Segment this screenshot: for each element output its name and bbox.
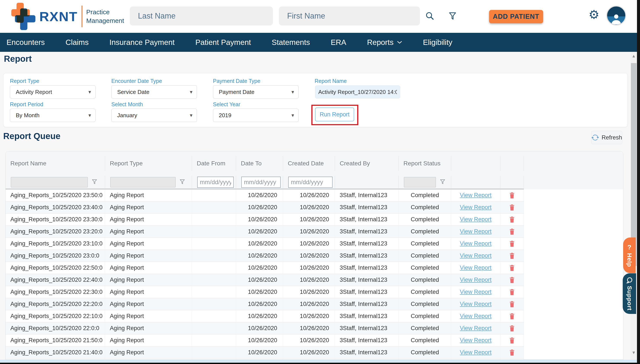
last-name-input[interactable] (130, 6, 273, 26)
add-patient-button[interactable]: ADD PATIENT (489, 10, 543, 23)
col-date-from: Date From (192, 156, 236, 171)
nav-encounters[interactable]: Encounters (7, 38, 45, 47)
payment-date-type-label: Payment Date Type (213, 78, 260, 84)
scroll-up-arrow[interactable]: ▲ (630, 54, 637, 58)
funnel-icon[interactable] (91, 178, 98, 186)
report-status-cell: Completed (399, 214, 451, 226)
nav-insurance-payment[interactable]: Insurance Payment (109, 38, 175, 47)
table-row: Aging_Reports_10/25/2020 23:30:0 Aging R… (6, 214, 623, 226)
report-type-filter-input[interactable] (110, 177, 175, 188)
view-report-link[interactable]: View Report (460, 204, 492, 211)
encounter-date-type-label: Encounter Date Type (111, 78, 162, 84)
refresh-button[interactable]: Refresh (591, 131, 622, 144)
report-type-cell: Aging Report (105, 310, 192, 322)
nav-eligibility[interactable]: Eligibility (423, 38, 452, 47)
col-date-to: Date To (236, 156, 283, 171)
table-row: Aging_Reports_10/25/2020 22:20:0 Aging R… (6, 298, 623, 310)
date-from-cell (192, 286, 236, 298)
date-from-filter-input[interactable] (197, 176, 234, 188)
encounter-date-type-select[interactable]: Service Date▾ (111, 85, 197, 99)
report-status-cell: Completed (399, 298, 451, 310)
report-name-cell: Aging_Reports_10/25/2020 23:50:0 (6, 189, 105, 202)
run-report-button[interactable]: Run Report (315, 108, 354, 121)
view-report-link[interactable]: View Report (460, 216, 492, 223)
search-icon[interactable] (425, 11, 435, 22)
brand-divider (82, 6, 82, 27)
report-type-cell: Aging Report (105, 214, 192, 226)
view-report-link[interactable]: View Report (460, 276, 492, 283)
delete-report-button[interactable] (509, 228, 515, 235)
date-to-filter-input[interactable] (241, 176, 281, 188)
filter-funnel-icon[interactable] (448, 11, 457, 22)
nav-statements[interactable]: Statements (272, 38, 310, 47)
funnel-icon[interactable] (179, 178, 185, 186)
queue-title: Report Queue (3, 131, 60, 141)
date-to-cell: 10/26/2020 (236, 286, 283, 298)
delete-report-button[interactable] (509, 337, 515, 344)
view-report-link[interactable]: View Report (460, 192, 492, 198)
delete-report-button[interactable] (509, 204, 515, 211)
help-tab[interactable]: ? Help (623, 238, 636, 273)
delete-report-button[interactable] (509, 276, 515, 284)
view-report-link[interactable]: View Report (460, 325, 492, 332)
report-type-cell: Aging Report (105, 226, 192, 238)
support-tab[interactable]: Support (623, 273, 636, 314)
delete-report-button[interactable] (509, 216, 515, 223)
chat-bubble-icon (626, 277, 633, 284)
rxnt-plus-logo-icon (11, 2, 36, 30)
date-to-cell: 10/26/2020 (236, 298, 283, 310)
report-period-select[interactable]: By Month▾ (10, 108, 96, 122)
funnel-icon[interactable] (439, 178, 446, 186)
delete-report-button[interactable] (509, 325, 515, 332)
delete-report-button[interactable] (509, 240, 515, 247)
view-report-link[interactable]: View Report (460, 289, 492, 295)
report-status-cell: Completed (399, 274, 451, 286)
trash-icon (509, 192, 515, 199)
created-date-filter-input[interactable] (288, 176, 333, 188)
created-date-cell: 10/26/2020 (283, 250, 335, 262)
trash-icon (509, 204, 515, 211)
nav-reports[interactable]: Reports (367, 38, 402, 47)
view-report-link[interactable]: View Report (460, 301, 492, 308)
payment-date-type-select[interactable]: Payment Date▾ (213, 85, 299, 99)
view-report-link[interactable]: View Report (460, 240, 492, 247)
scroll-down-arrow[interactable]: ▼ (630, 350, 637, 355)
col-filler (524, 156, 623, 171)
select-year-select[interactable]: 2019▾ (213, 108, 299, 122)
view-report-link[interactable]: View Report (460, 228, 492, 235)
nav-claims[interactable]: Claims (66, 38, 89, 47)
nav-patient-payment[interactable]: Patient Payment (195, 38, 251, 47)
vertical-scrollbar-thumb[interactable] (631, 63, 636, 266)
report-type-select[interactable]: Activity Report▾ (10, 85, 96, 99)
select-month-select[interactable]: January▾ (111, 108, 197, 122)
trash-icon (509, 325, 515, 332)
table-row: Aging_Reports_10/25/2020 22:0:0 Aging Re… (6, 322, 623, 334)
first-name-input[interactable] (279, 6, 420, 26)
settings-gear-icon[interactable]: ⚙ (588, 9, 599, 21)
view-report-link[interactable]: View Report (460, 252, 492, 259)
delete-report-button[interactable] (509, 289, 515, 296)
created-date-cell: 10/26/2020 (283, 189, 335, 202)
delete-report-button[interactable] (509, 313, 515, 320)
created-date-cell: 10/26/2020 (283, 322, 335, 334)
report-status-cell: Completed (399, 262, 451, 274)
delete-report-button[interactable] (509, 252, 515, 259)
view-report-link[interactable]: View Report (460, 313, 492, 320)
table-filter-row (6, 176, 623, 189)
date-to-cell: 10/26/2020 (236, 262, 283, 274)
delete-report-button[interactable] (509, 264, 515, 272)
report-name-filter-input[interactable] (11, 177, 88, 188)
nav-era[interactable]: ERA (331, 38, 346, 47)
horizontal-scrollbar[interactable] (0, 360, 637, 363)
delete-report-button[interactable] (509, 192, 515, 199)
view-report-link[interactable]: View Report (460, 337, 492, 344)
delete-report-button[interactable] (509, 349, 515, 356)
delete-report-button[interactable] (509, 301, 515, 308)
report-status-filter-input[interactable] (404, 177, 436, 188)
report-type-cell: Aging Report (105, 238, 192, 250)
view-report-link[interactable]: View Report (460, 349, 492, 356)
view-report-link[interactable]: View Report (460, 264, 492, 271)
report-name-input[interactable] (315, 86, 400, 98)
report-status-cell: Completed (399, 346, 451, 358)
user-avatar[interactable] (606, 6, 626, 26)
